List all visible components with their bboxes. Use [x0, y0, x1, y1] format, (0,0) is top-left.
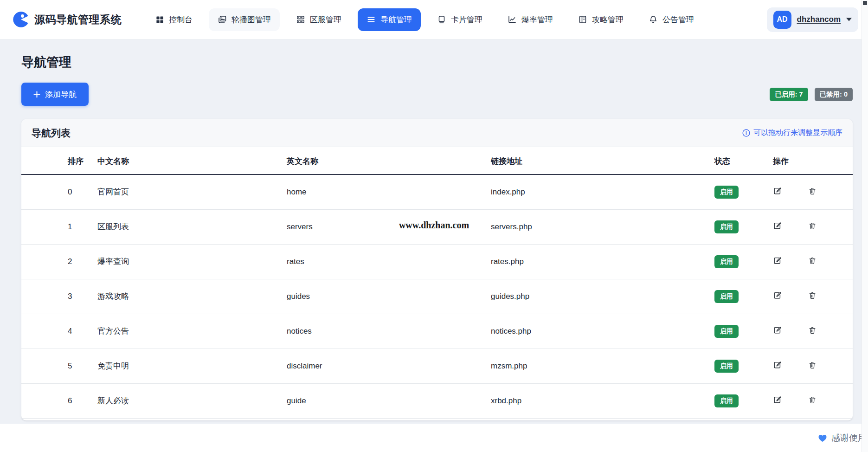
trash-icon — [808, 364, 817, 371]
heart-icon — [818, 434, 827, 442]
cell-status: 启用 — [707, 209, 765, 244]
cell-name-en: rates — [279, 244, 483, 279]
cell-name-cn: 游戏攻略 — [90, 279, 279, 314]
cell-name-cn: 官方公告 — [90, 314, 279, 349]
nav-item-4[interactable]: 卡片管理 — [428, 8, 491, 31]
card-header: 导航列表 可以拖动行来调整显示顺序 — [21, 119, 853, 147]
nav-list-icon — [366, 15, 376, 24]
pacman-logo-icon — [13, 11, 29, 28]
pencil-square-icon — [773, 225, 782, 232]
delete-button[interactable] — [808, 257, 817, 265]
edit-button[interactable] — [773, 291, 782, 300]
drag-hint: 可以拖动行来调整显示顺序 — [742, 128, 842, 138]
trash-icon — [808, 329, 817, 336]
status-badge: 启用 — [714, 325, 739, 338]
enabled-count-badge: 已启用: 7 — [770, 88, 808, 101]
cell-actions — [765, 279, 853, 314]
cell-actions — [765, 209, 853, 244]
cell-status: 启用 — [707, 314, 765, 349]
table-row[interactable]: 5 免责申明 disclaimer mzsm.php 启用 — [21, 349, 853, 383]
cell-sort: 4 — [21, 314, 90, 349]
delete-button[interactable] — [808, 291, 817, 300]
table-header-row: 排序 中文名称 英文名称 链接地址 状态 操作 — [21, 147, 853, 174]
trash-icon — [808, 294, 817, 301]
status-badge: 启用 — [714, 220, 739, 233]
cell-name-cn: 新人必读 — [90, 383, 279, 418]
status-badge: 启用 — [714, 394, 739, 407]
status-summary: 已启用: 7 已禁用: 0 — [770, 88, 853, 101]
nav-item-7[interactable]: 公告管理 — [640, 8, 703, 31]
dashboard-grid-icon — [155, 15, 164, 24]
cell-name-en: guides — [279, 279, 483, 314]
edit-button[interactable] — [773, 326, 782, 335]
add-nav-button[interactable]: 添加导航 — [21, 83, 89, 106]
cell-status: 启用 — [707, 383, 765, 418]
edit-button[interactable] — [773, 187, 782, 195]
status-badge: 启用 — [714, 255, 739, 268]
cell-name-en: guide — [279, 383, 483, 418]
brand-title: 源码导航管理系统 — [34, 13, 122, 27]
cell-url: servers.php — [483, 209, 707, 244]
trash-icon — [808, 190, 817, 197]
edit-button[interactable] — [773, 221, 782, 230]
cell-url: index.php — [483, 174, 707, 210]
pencil-square-icon — [773, 329, 782, 336]
cell-actions — [765, 383, 853, 418]
delete-button[interactable] — [808, 187, 817, 195]
cell-name-cn: 区服列表 — [90, 209, 279, 244]
cell-name-en: home — [279, 174, 483, 210]
guide-book-icon — [578, 15, 587, 24]
edit-button[interactable] — [773, 256, 782, 265]
table-row[interactable]: 3 游戏攻略 guides guides.php 启用 — [21, 279, 853, 314]
table-row[interactable]: 6 新人必读 guide xrbd.php 启用 — [21, 383, 853, 418]
cell-sort: 2 — [21, 244, 90, 279]
disabled-count-badge: 已禁用: 0 — [815, 88, 853, 101]
cell-name-cn: 免责申明 — [90, 349, 279, 383]
cell-status: 启用 — [707, 349, 765, 383]
cell-name-cn: 爆率查询 — [90, 244, 279, 279]
scrollbar-thumb[interactable] — [863, 1, 867, 5]
cell-status: 启用 — [707, 244, 765, 279]
nav-item-5[interactable]: 爆率管理 — [499, 8, 562, 31]
nav-item-1[interactable]: 轮播图管理 — [209, 8, 280, 31]
delete-button[interactable] — [808, 396, 817, 404]
nav-item-3[interactable]: 导航管理 — [358, 8, 421, 31]
cell-status: 启用 — [707, 174, 765, 210]
status-badge: 启用 — [714, 290, 739, 303]
cell-name-cn: 官网首页 — [90, 174, 279, 210]
plus-icon — [33, 91, 40, 98]
info-circle-icon — [742, 129, 750, 137]
delete-button[interactable] — [808, 361, 817, 369]
nav-item-2[interactable]: 区服管理 — [287, 8, 350, 31]
nav-item-6[interactable]: 攻略管理 — [569, 8, 632, 31]
nav-item-0[interactable]: 控制台 — [147, 8, 201, 31]
brand: 源码导航管理系统 — [13, 11, 122, 28]
scrollbar-track[interactable] — [862, 0, 868, 452]
table-row[interactable]: 1 区服列表 servers servers.php 启用 — [21, 209, 853, 244]
pencil-square-icon — [773, 399, 782, 406]
table-row[interactable]: 0 官网首页 home index.php 启用 — [21, 174, 853, 210]
user-menu[interactable]: AD dhzhancom — [767, 7, 858, 32]
cell-actions — [765, 349, 853, 383]
delete-button[interactable] — [808, 326, 817, 335]
nav-table: 排序 中文名称 英文名称 链接地址 状态 操作 0 官网首页 home inde… — [21, 147, 853, 419]
cell-url: xrbd.php — [483, 383, 707, 418]
table-row[interactable]: 2 爆率查询 rates rates.php 启用 — [21, 244, 853, 279]
server-stack-icon — [296, 15, 305, 24]
delete-button[interactable] — [808, 222, 817, 230]
nav-list-card: 导航列表 可以拖动行来调整显示顺序 排序 中文名称 英文名称 链接地址 状态 — [21, 119, 853, 420]
trash-icon — [808, 259, 817, 266]
cell-status: 启用 — [707, 279, 765, 314]
header-actions: 操作 — [765, 147, 853, 174]
bell-icon — [649, 15, 658, 24]
cell-name-en: servers — [279, 209, 483, 244]
pencil-square-icon — [773, 190, 782, 197]
cell-sort: 3 — [21, 279, 90, 314]
cell-actions — [765, 314, 853, 349]
edit-button[interactable] — [773, 395, 782, 404]
card-title: 导航列表 — [32, 127, 71, 140]
table-row[interactable]: 4 官方公告 notices notices.php 启用 — [21, 314, 853, 349]
header-sort: 排序 — [21, 147, 90, 174]
edit-button[interactable] — [773, 361, 782, 369]
page-title: 导航管理 — [21, 54, 853, 71]
